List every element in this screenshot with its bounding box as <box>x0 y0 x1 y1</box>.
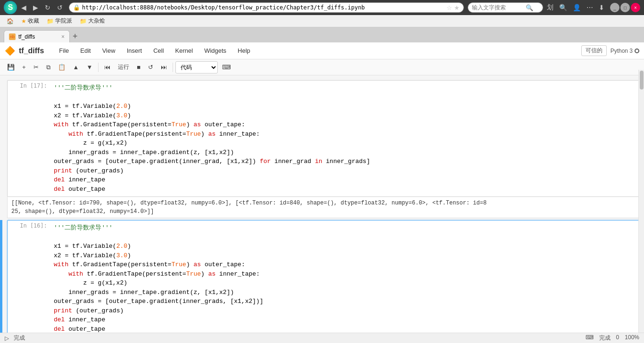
menu-widgets[interactable]: Widgets <box>198 45 232 56</box>
paste-cell-button[interactable]: 📋 <box>55 61 69 74</box>
tab-close-button[interactable]: × <box>61 33 65 40</box>
back-button[interactable]: ◀ <box>19 3 29 12</box>
output-area-1: [[None, <tf.Tensor: id=790, shape=(), dt… <box>7 197 639 218</box>
menu-file[interactable]: File <box>53 45 74 56</box>
jupyter-status: 可信的 Python 3 <box>581 45 639 56</box>
status-zoom: 100% <box>625 334 639 342</box>
status-keyboard-icon: ⌨ <box>586 334 594 342</box>
zoom-icon[interactable]: 🔍 <box>557 3 569 12</box>
maximize-button[interactable]: □ <box>620 3 630 12</box>
bookmark-collections-label: 收藏 <box>28 17 39 25</box>
restart-run-button[interactable]: ⏭ <box>157 61 170 74</box>
kw-as-3: as <box>193 261 201 268</box>
cell-indicator-1 <box>0 80 2 218</box>
bool-1: True <box>172 121 186 128</box>
bool-2: True <box>186 131 201 138</box>
input-cell-1: In [17]: '''二阶导数求导''' x1 = tf.Variable(2… <box>7 80 639 197</box>
download-icon[interactable]: ⬇ <box>597 3 606 12</box>
status-right: ⌨ 完成 0 100% <box>586 334 639 342</box>
kw-with-4: with <box>68 270 83 278</box>
address-bar: 🔒 ☆ ★ <box>69 2 464 13</box>
kw-as-2: as <box>208 131 216 138</box>
kernel-status-indicator <box>635 49 639 53</box>
menu-edit[interactable]: Edit <box>74 45 96 56</box>
code-area-2[interactable]: '''二阶导数求导''' x1 = tf.Variable(2.0) x2 = … <box>50 220 639 333</box>
move-up-button[interactable]: ▲ <box>70 61 83 74</box>
search-icon: 🔍 <box>526 4 533 11</box>
string-2: '''二阶导数求导''' <box>54 224 113 231</box>
browser-logo: S <box>4 1 17 14</box>
jupyter-toolbar: 💾 + ✂ ⧉ 📋 ▲ ▼ ⏮ 运行 ■ ↺ ⏭ 代码 Markdown Raw… <box>0 59 644 75</box>
bookmark-star-icon: ★ <box>21 18 26 24</box>
minimize-button[interactable]: _ <box>610 3 619 12</box>
cell-type-select[interactable]: 代码 Markdown Raw <box>175 61 218 74</box>
scrollbar-thumb[interactable] <box>640 71 644 90</box>
bookmark-star2-icon[interactable]: ★ <box>454 4 460 11</box>
scrollbar[interactable] <box>638 70 644 333</box>
bookmark-star-icon[interactable]: ☆ <box>446 4 452 11</box>
run-button[interactable]: 运行 <box>115 61 132 74</box>
kw-print-1: print <box>54 167 72 174</box>
tab-tf-diffs[interactable]: nb tf_diffs × <box>4 30 70 42</box>
cut-cell-button[interactable]: ✂ <box>30 61 42 74</box>
cell-indicator-2 <box>0 220 2 333</box>
kw-del-2: del <box>54 186 65 193</box>
notebook-area: In [17]: '''二阶导数求导''' x1 = tf.Variable(2… <box>0 75 644 333</box>
run-prev-button[interactable]: ⏮ <box>101 61 114 74</box>
copy-cell-button[interactable]: ⧉ <box>43 61 54 74</box>
search-input[interactable] <box>472 4 524 11</box>
browser-titlebar: S ◀ ▶ ↻ ↺ 🔒 ☆ ★ 🔍 划 🔍 👤 ⋯ ⬇ _ □ × <box>0 0 644 15</box>
kw-print-2: print <box>54 307 72 314</box>
trusted-badge: 可信的 <box>581 45 607 56</box>
bool-3: True <box>172 261 186 268</box>
kw-with-3: with <box>54 261 68 268</box>
kw-del-3: del <box>54 316 65 323</box>
input-cell-2: In [16]: '''二阶导数求导''' x1 = tf.Variable(2… <box>7 220 639 333</box>
search-bar: 🔍 <box>468 2 543 13</box>
bool-4: True <box>186 270 201 278</box>
menu-kernel[interactable]: Kernel <box>170 45 199 56</box>
val-3: 2.0 <box>116 243 127 250</box>
status-bar: ▷ 完成 ⌨ 完成 0 100% <box>0 333 644 343</box>
cell-prompt-1: In [17]: <box>8 81 50 196</box>
bookmark-misc[interactable]: 📁 大杂烩 <box>77 16 108 26</box>
cell-wrapper-2: In [16]: '''二阶导数求导''' x1 = tf.Variable(2… <box>7 220 639 333</box>
window-controls: _ □ × <box>610 3 640 12</box>
translate-icon[interactable]: 划 <box>545 2 555 13</box>
kw-as-1: as <box>193 121 201 128</box>
bookmark-home[interactable]: 🏠 <box>4 17 17 25</box>
kw-del-4: del <box>54 326 65 333</box>
kw-in-1: in <box>315 158 322 165</box>
forward-button[interactable]: ▶ <box>31 3 41 12</box>
close-button[interactable]: × <box>631 3 640 12</box>
menu-insert[interactable]: Insert <box>121 45 148 56</box>
keyboard-icon-button[interactable]: ⌨ <box>219 61 234 74</box>
interrupt-button[interactable]: ■ <box>133 61 144 74</box>
save-button[interactable]: 💾 <box>4 61 18 74</box>
status-zero: 0 <box>616 334 619 342</box>
folder-icon-academy: 📁 <box>47 18 54 24</box>
bookmark-academy[interactable]: 📁 学院派 <box>44 16 75 26</box>
new-tab-button[interactable]: + <box>70 32 81 41</box>
menu-view[interactable]: View <box>97 45 121 56</box>
bookmark-collections[interactable]: ★ 收藏 <box>18 16 42 26</box>
address-input[interactable] <box>82 4 445 11</box>
notebook-title: tf_diffs <box>19 47 44 55</box>
code-area-1[interactable]: '''二阶导数求导''' x1 = tf.Variable(2.0) x2 = … <box>50 81 639 196</box>
menu-help[interactable]: Help <box>232 45 256 56</box>
profile-icon[interactable]: 👤 <box>571 3 583 12</box>
restart-button[interactable]: ↺ <box>145 61 157 74</box>
cell-prompt-2: In [16]: <box>8 220 50 333</box>
bookmark-bar: 🏠 ★ 收藏 📁 学院派 📁 大杂烩 <box>0 15 644 27</box>
val-4: 3.0 <box>116 252 127 259</box>
back2-button[interactable]: ↺ <box>55 3 65 12</box>
add-cell-button[interactable]: + <box>19 61 29 74</box>
menu-cell[interactable]: Cell <box>148 45 169 56</box>
move-down-button[interactable]: ▼ <box>83 61 96 74</box>
python-badge: Python 3 <box>611 48 639 54</box>
jupyter-menu: File Edit View Insert Cell Kernel Widget… <box>53 45 256 56</box>
cell-container-1: In [17]: '''二阶导数求导''' x1 = tf.Variable(2… <box>0 80 644 218</box>
more-icon[interactable]: ⋯ <box>585 3 595 12</box>
refresh-button[interactable]: ↻ <box>42 3 53 12</box>
folder-icon-misc: 📁 <box>80 18 87 24</box>
